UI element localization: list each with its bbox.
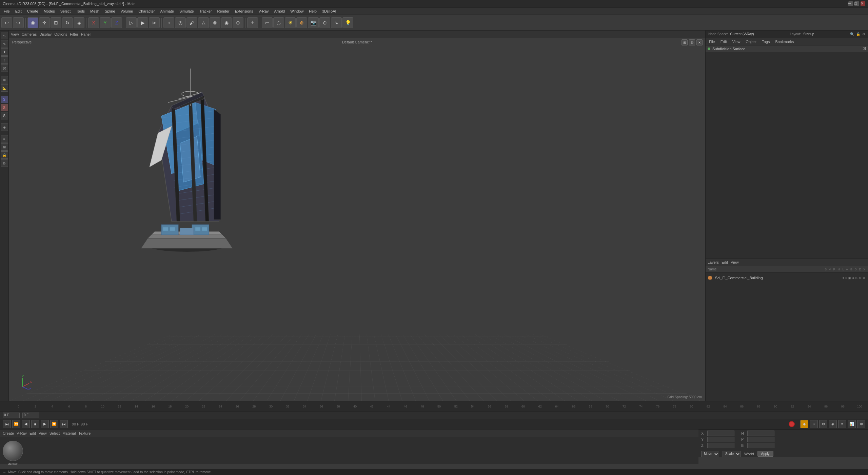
gear-icon[interactable]: ⚙ [862, 32, 865, 36]
left-lock[interactable]: 🔒 [1, 151, 8, 159]
toolbar-render-all[interactable]: ⊳ [149, 17, 160, 28]
left-brush[interactable]: ✎ [1, 40, 8, 48]
toolbar-camera[interactable]: 📷 [308, 17, 319, 28]
menu-arnold[interactable]: Arnold [272, 8, 287, 14]
viewport-settings[interactable]: ⚙ [689, 39, 695, 45]
mat-menu-vray[interactable]: V-Ray [17, 431, 27, 435]
toolbar-transform[interactable]: ◈ [74, 17, 84, 28]
toolbar-y-axis[interactable]: Y [100, 17, 111, 28]
coord-scale-select[interactable]: Scale [723, 451, 741, 457]
menu-tools[interactable]: Tools [74, 8, 87, 14]
mat-menu-view[interactable]: View [39, 431, 47, 435]
layer-expressions-icon[interactable]: ⊗ [863, 276, 865, 280]
menu-file[interactable]: File [1, 8, 12, 14]
powerslider-btn[interactable]: ≡ [838, 420, 846, 428]
vp-menu-panel[interactable]: Panel [81, 32, 91, 36]
toolbar-object-mode[interactable]: ○ [163, 17, 174, 28]
frame-current-input[interactable] [22, 413, 39, 418]
menu-modes[interactable]: Modes [41, 8, 57, 14]
coord-y-input[interactable] [707, 437, 734, 442]
next-frame-btn[interactable]: ⏩ [50, 420, 58, 428]
vp-menu-options[interactable]: Options [54, 32, 67, 36]
vp-menu-display[interactable]: Display [39, 32, 52, 36]
coord-p-input[interactable] [747, 437, 774, 442]
menu-create[interactable]: Create [25, 8, 41, 14]
toolbar-viewport-solo[interactable]: ◉ [221, 17, 232, 28]
prev-frame-btn[interactable]: ⏪ [12, 420, 20, 428]
toolbar-target[interactable]: ⊙ [319, 17, 330, 28]
timeline-ruler[interactable]: 0 2 4 6 8 10 12 14 16 18 20 22 24 26 28 … [0, 401, 868, 412]
frame-start-input[interactable] [3, 413, 20, 418]
menu-3dstoal[interactable]: 3DsToAI [320, 8, 339, 14]
menu-help[interactable]: Help [307, 8, 319, 14]
menu-vray[interactable]: V-Ray [256, 8, 271, 14]
left-selection-tool[interactable]: ↖ [1, 32, 8, 39]
mat-menu-material[interactable]: Material [62, 431, 76, 435]
toolbar-render-active[interactable]: ▶ [137, 17, 148, 28]
coord-x-input[interactable] [707, 431, 734, 436]
close-btn[interactable]: ✕ [861, 1, 865, 6]
left-extrude[interactable]: ⬆ [1, 48, 8, 56]
toolbar-motion[interactable]: ⊗ [210, 17, 220, 28]
menu-volume[interactable]: Volume [118, 8, 136, 14]
menu-character[interactable]: Character [136, 8, 157, 14]
toolbar-move[interactable]: ✛ [39, 17, 50, 28]
vp-menu-view[interactable]: View [11, 32, 19, 36]
mat-menu-texture[interactable]: Texture [78, 431, 91, 435]
coord-space-select[interactable]: Move [701, 451, 719, 457]
toolbar-sky[interactable]: ◌ [273, 17, 284, 28]
coord-z-input[interactable] [707, 443, 734, 448]
menu-window[interactable]: Window [288, 8, 306, 14]
menu-render[interactable]: Render [215, 8, 232, 14]
layer-manager-icon[interactable]: ▣ [848, 276, 851, 280]
material-ball[interactable] [3, 441, 23, 461]
keyframe-btn[interactable]: ◆ [800, 420, 808, 428]
viewport-close[interactable]: ✕ [696, 39, 703, 45]
toolbar-redo[interactable]: ↪ [13, 17, 24, 28]
toolbar-curve[interactable]: ∿ [331, 17, 342, 28]
stop-btn[interactable]: ■ [31, 420, 39, 428]
tab-view[interactable]: View [730, 39, 743, 44]
toolbar-add[interactable]: + [247, 17, 258, 28]
tab-bookmarks[interactable]: Bookmarks [773, 39, 796, 44]
search-icon[interactable]: 🔍 [850, 32, 854, 36]
mat-menu-edit[interactable]: Edit [29, 431, 36, 435]
toolbar-undo[interactable]: ↩ [1, 17, 12, 28]
tab-edit[interactable]: Edit [718, 39, 729, 44]
left-material2[interactable]: S [1, 104, 8, 111]
play-reverse-btn[interactable]: ◀ [22, 420, 30, 428]
menu-mesh[interactable]: Mesh [88, 8, 102, 14]
menu-edit[interactable]: Edit [13, 8, 24, 14]
auto-keyframe-btn[interactable]: ⊙ [810, 420, 818, 428]
toolbar-z-axis[interactable]: Z [111, 17, 122, 28]
left-measure[interactable]: 📐 [1, 84, 8, 92]
maximize-btn[interactable]: □ [854, 1, 859, 6]
minimize-btn[interactable]: ─ [848, 1, 853, 6]
left-settings[interactable]: ⚙ [1, 159, 8, 167]
toolbar-generators[interactable]: ⊕ [233, 17, 243, 28]
left-knife[interactable]: ⌇ [1, 56, 8, 64]
menu-select[interactable]: Select [58, 8, 73, 14]
goto-start-btn[interactable]: ⏮ [3, 420, 11, 428]
toolbar-scene-mode[interactable]: ◎ [175, 17, 186, 28]
toolbar-live-select[interactable]: ◉ [27, 17, 38, 28]
menu-simulate[interactable]: Simulate [177, 8, 196, 14]
record-btn[interactable] [789, 421, 795, 427]
toolbar-point-light[interactable]: 💡 [342, 17, 353, 28]
toolbar-light2[interactable]: ⊛ [296, 17, 307, 28]
toolbar-light1[interactable]: ☀ [285, 17, 296, 28]
apply-button[interactable]: Apply [757, 451, 773, 457]
toolbar-render-region[interactable]: ▷ [126, 17, 137, 28]
layers-menu-layers[interactable]: Layers [708, 260, 719, 264]
window-controls[interactable]: ─ □ ✕ [848, 1, 865, 6]
extra-btn[interactable]: ⊕ [857, 420, 865, 428]
motion-clip-btn[interactable]: ◈ [829, 420, 837, 428]
left-magnet[interactable]: ⊗ [1, 124, 8, 131]
layers-menu-view[interactable]: View [731, 260, 739, 264]
motion-record-btn[interactable]: ⊗ [819, 420, 827, 428]
vp-menu-filter[interactable]: Filter [70, 32, 78, 36]
left-layers[interactable]: ≡ [1, 135, 8, 142]
menu-spline[interactable]: Spline [102, 8, 118, 14]
play-btn[interactable]: ▶ [41, 420, 49, 428]
menu-extensions[interactable]: Extensions [233, 8, 256, 14]
